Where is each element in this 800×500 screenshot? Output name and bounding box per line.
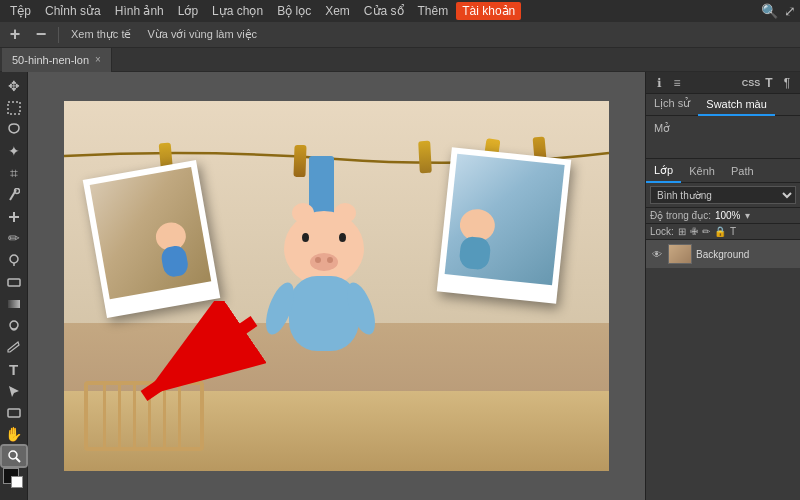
svg-line-14 — [144, 321, 254, 396]
left-tools: ✥ ✦ ⌗ ✏ — [0, 72, 28, 500]
panel-css-btn[interactable]: CSS — [742, 74, 760, 92]
svg-rect-0 — [8, 102, 20, 114]
tab-layers[interactable]: Lớp — [646, 161, 681, 183]
svg-point-5 — [10, 255, 18, 263]
tool-lasso[interactable] — [2, 120, 26, 140]
toolbar: + − Xem thực tế Vừa với vùng làm việc — [0, 22, 800, 48]
lock-label: Lock: — [650, 226, 674, 237]
layer-thumbnail — [668, 244, 692, 264]
resize-icon[interactable]: ⤢ — [784, 3, 796, 19]
panel-text-btn[interactable]: T — [760, 74, 778, 92]
menu-account[interactable]: Tài khoản — [456, 2, 521, 20]
lock-all-icon[interactable]: 🔒 — [714, 226, 726, 237]
toolbar-sep-1 — [58, 27, 59, 43]
canvas-area[interactable] — [28, 72, 645, 500]
layer-eye-btn[interactable]: 👁 — [650, 247, 664, 261]
tool-healing[interactable] — [2, 207, 26, 227]
canvas-content — [64, 101, 609, 471]
menu-filter[interactable]: Bộ lọc — [271, 2, 317, 20]
panel-info-btn[interactable]: ℹ — [650, 74, 668, 92]
menu-view[interactable]: Xem — [319, 2, 356, 20]
panel-menu-btn[interactable]: ≡ — [668, 74, 686, 92]
view-fit-btn[interactable]: Vừa với vùng làm việc — [143, 26, 261, 43]
opacity-label: Độ trong đục: — [650, 210, 711, 221]
tool-dodge[interactable] — [2, 316, 26, 336]
menu-bar: Tệp Chỉnh sửa Hình ảnh Lớp Lựa chọn Bộ l… — [0, 0, 800, 22]
tab-history[interactable]: Lịch sử — [646, 94, 698, 116]
layers-tabs: Lớp Kênh Path — [646, 161, 800, 183]
menu-more[interactable]: Thêm — [412, 2, 455, 20]
photo-inner-right — [445, 154, 565, 286]
lock-row: Lock: ⊞ ✙ ✏ 🔒 T — [646, 224, 800, 240]
tool-stamp[interactable] — [2, 250, 26, 270]
red-arrow — [104, 301, 304, 421]
file-tab[interactable]: 50-hinh-nen-lon × — [2, 48, 112, 72]
menu-layer[interactable]: Lớp — [172, 2, 204, 20]
tool-text[interactable]: T — [2, 359, 26, 379]
svg-point-9 — [10, 321, 18, 329]
tool-eyedropper[interactable] — [2, 185, 26, 205]
layer-name: Background — [696, 249, 749, 260]
main-area: ✥ ✦ ⌗ ✏ — [0, 72, 800, 500]
tool-zoom[interactable] — [2, 446, 26, 466]
tool-pen[interactable] — [2, 337, 26, 357]
view-actual-btn[interactable]: Xem thực tế — [67, 26, 135, 43]
panel-para-btn[interactable]: ¶ — [778, 74, 796, 92]
pin-3 — [418, 141, 432, 174]
layer-background[interactable]: 👁 Background — [646, 240, 800, 268]
tool-path-select[interactable] — [2, 381, 26, 401]
lock-t-icon[interactable]: T — [730, 226, 736, 237]
panel-divider-1 — [646, 158, 800, 159]
lock-pixel-icon[interactable]: ✏ — [702, 226, 710, 237]
lock-chess-icon[interactable]: ⊞ — [678, 226, 686, 237]
menu-edit[interactable]: Chỉnh sửa — [39, 2, 107, 20]
right-icons-row: ℹ ≡ CSS T ¶ — [646, 72, 800, 94]
lock-move-icon[interactable]: ✙ — [690, 226, 698, 237]
menu-window[interactable]: Cửa sổ — [358, 2, 410, 20]
opacity-value: 100% — [715, 210, 741, 221]
tool-brush[interactable]: ✏ — [2, 228, 26, 248]
zoom-in-btn[interactable]: + — [6, 26, 24, 44]
lock-icons: ⊞ ✙ ✏ 🔒 T — [678, 226, 736, 237]
opacity-row: Độ trong đục: 100% ▾ — [646, 208, 800, 224]
svg-point-2 — [14, 188, 19, 193]
bg-color-swatch[interactable] — [11, 476, 23, 488]
zoom-out-btn[interactable]: − — [32, 26, 50, 44]
photo-inner-left — [90, 167, 212, 299]
photo-left — [83, 160, 221, 318]
svg-rect-8 — [8, 300, 20, 308]
menu-select[interactable]: Lựa chọn — [206, 2, 269, 20]
tool-move[interactable]: ✥ — [2, 76, 26, 96]
swatch-content: Mở — [646, 116, 800, 156]
tab-swatches[interactable]: Swatch màu — [698, 94, 775, 116]
svg-rect-10 — [8, 409, 20, 417]
tab-close-btn[interactable]: × — [95, 54, 101, 65]
tab-paths[interactable]: Path — [723, 161, 762, 183]
right-panel: ℹ ≡ CSS T ¶ Lịch sử Swatch màu Mở Lớp Kê… — [645, 72, 800, 500]
svg-line-12 — [16, 458, 20, 462]
tool-eraser[interactable] — [2, 272, 26, 292]
photo-right — [437, 147, 571, 304]
tool-magic-wand[interactable]: ✦ — [2, 141, 26, 161]
svg-rect-4 — [9, 216, 19, 218]
tab-channels[interactable]: Kênh — [681, 161, 723, 183]
opacity-arrow: ▾ — [745, 210, 750, 221]
tabs-row: 50-hinh-nen-lon × — [0, 48, 800, 72]
color-swatches — [3, 468, 25, 496]
menu-file[interactable]: Tệp — [4, 2, 37, 20]
tool-hand[interactable]: ✋ — [2, 425, 26, 445]
tool-marquee[interactable] — [2, 98, 26, 118]
search-icon[interactable]: 🔍 — [761, 3, 778, 19]
tab-label: 50-hinh-nen-lon — [12, 54, 89, 66]
svg-point-11 — [9, 451, 17, 459]
canvas-image — [64, 101, 609, 471]
tool-shape[interactable] — [2, 403, 26, 423]
blend-mode-select[interactable]: Bình thường Hòa tan Làm tối Nhân Làm sán… — [650, 186, 796, 204]
menu-image[interactable]: Hình ảnh — [109, 2, 170, 20]
swatch-open-btn[interactable]: Mở — [650, 120, 796, 137]
blend-mode-row: Bình thường Hòa tan Làm tối Nhân Làm sán… — [646, 183, 800, 208]
svg-rect-7 — [8, 279, 20, 286]
tool-gradient[interactable] — [2, 294, 26, 314]
history-swatch-tabs: Lịch sử Swatch màu — [646, 94, 800, 116]
tool-crop[interactable]: ⌗ — [2, 163, 26, 183]
